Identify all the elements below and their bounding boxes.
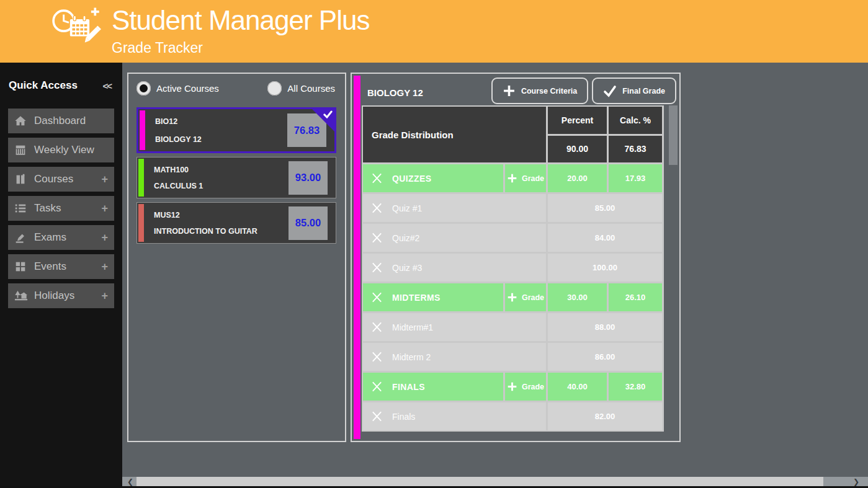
books-icon bbox=[14, 172, 27, 186]
category-label: MIDTERMS bbox=[392, 293, 441, 303]
delete-icon[interactable] bbox=[371, 410, 383, 422]
plus-icon bbox=[507, 173, 517, 184]
category-calc-value: 17.93 bbox=[609, 164, 662, 192]
category-percent-value: 20.00 bbox=[548, 164, 607, 192]
sidebar-collapse-button[interactable]: << bbox=[102, 81, 111, 91]
app-logo-icon bbox=[47, 4, 104, 47]
courses-panel: Active Courses All Courses BIO12 BIOLOGY… bbox=[127, 73, 346, 442]
sidebar-item-label: Weekly View bbox=[34, 144, 94, 156]
table-header-label: Grade Distribution bbox=[363, 107, 546, 162]
add-icon[interactable]: + bbox=[101, 231, 108, 244]
delete-icon[interactable] bbox=[371, 262, 383, 273]
vertical-scrollbar-thumb[interactable] bbox=[669, 105, 678, 165]
app-header: Student Manager Plus Grade Tracker bbox=[0, 0, 868, 63]
table-body: QUIZZES Grade 20.00 17.93 Quiz #1 85.00 … bbox=[363, 164, 663, 430]
add-grade-label: Grade bbox=[522, 174, 544, 183]
total-percent: 90.00 bbox=[548, 136, 607, 163]
app-title: Student Manager Plus bbox=[112, 2, 369, 38]
item-grade-value: 85.00 bbox=[548, 194, 662, 222]
final-grade-button[interactable]: Final Grade bbox=[592, 78, 676, 104]
scroll-left-icon[interactable]: ❮ bbox=[127, 477, 133, 486]
column-header-calc: Calc. % bbox=[609, 107, 662, 134]
sidebar-item-label: Events bbox=[34, 260, 66, 273]
column-header-percent: Percent bbox=[548, 107, 607, 134]
sidebar-item-events[interactable]: Events + bbox=[8, 254, 114, 279]
list-icon bbox=[14, 202, 27, 215]
course-card-mus12[interactable]: MUS12 INTRODUCTION TO GUITAR 85.00 bbox=[136, 202, 336, 244]
add-grade-button[interactable]: Grade bbox=[505, 373, 546, 401]
sidebar-item-exams[interactable]: Exams + bbox=[8, 225, 114, 250]
sidebar-item-label: Exams bbox=[34, 231, 66, 244]
category-percent-value: 30.00 bbox=[548, 283, 607, 311]
radio-icon[interactable] bbox=[267, 81, 282, 95]
grade-item-row-quiz-1: Quiz #1 85.00 bbox=[363, 194, 663, 222]
holiday-icon bbox=[14, 289, 27, 303]
add-icon[interactable]: + bbox=[101, 290, 108, 303]
category-percent-value: 40.00 bbox=[548, 373, 607, 401]
course-name: BIOLOGY 12 bbox=[155, 135, 202, 144]
course-code: MUS12 bbox=[154, 211, 180, 220]
grade-item-row-quiz-3: Quiz #3 100.00 bbox=[363, 254, 663, 282]
add-grade-label: Grade bbox=[522, 383, 544, 391]
sidebar-item-holidays[interactable]: Holidays + bbox=[8, 283, 114, 308]
course-filters: Active Courses All Courses bbox=[136, 79, 335, 97]
plus-icon bbox=[507, 381, 517, 392]
scroll-right-icon[interactable]: ❯ bbox=[853, 477, 859, 486]
course-grade-badge: 93.00 bbox=[289, 161, 328, 195]
grade-panel: BIOLOGY 12 Course Criteria Final Grade G… bbox=[351, 73, 681, 442]
delete-icon[interactable] bbox=[371, 232, 383, 244]
delete-icon[interactable] bbox=[371, 291, 383, 303]
course-card-bio12[interactable]: BIO12 BIOLOGY 12 76.83 bbox=[136, 107, 336, 153]
add-grade-button[interactable]: Grade bbox=[505, 164, 546, 192]
add-icon[interactable]: + bbox=[101, 202, 108, 215]
add-icon[interactable]: + bbox=[101, 260, 108, 273]
sidebar-item-tasks[interactable]: Tasks + bbox=[8, 196, 114, 221]
delete-icon[interactable] bbox=[371, 381, 383, 393]
delete-icon[interactable] bbox=[371, 202, 383, 214]
sidebar-item-dashboard[interactable]: Dashboard bbox=[8, 109, 114, 133]
plus-icon bbox=[503, 84, 516, 97]
category-calc-value: 32.80 bbox=[609, 373, 662, 401]
pencil-icon bbox=[14, 231, 27, 244]
filter-active-courses[interactable]: Active Courses bbox=[136, 81, 219, 95]
course-grade-badge: 85.00 bbox=[289, 206, 328, 240]
course-card-math100[interactable]: MATH100 CALCULUS 1 93.00 bbox=[136, 157, 336, 198]
radio-icon[interactable] bbox=[136, 81, 151, 95]
grade-category-row-finals: FINALS Grade 40.00 32.80 bbox=[363, 373, 663, 401]
item-label: Quiz#2 bbox=[392, 233, 419, 243]
total-calc: 76.83 bbox=[609, 136, 662, 163]
check-icon bbox=[323, 110, 333, 118]
delete-icon[interactable] bbox=[371, 321, 383, 333]
item-label: Midterm 2 bbox=[392, 352, 431, 362]
course-criteria-button[interactable]: Course Criteria bbox=[491, 78, 588, 104]
course-color-stripe bbox=[354, 76, 360, 439]
grade-item-row-midterm-2: Midterm 2 86.00 bbox=[363, 343, 663, 371]
course-color-stripe bbox=[138, 204, 144, 242]
add-grade-label: Grade bbox=[522, 293, 544, 302]
grade-distribution-table: Grade Distribution Percent Calc. % 90.00… bbox=[362, 105, 664, 432]
sidebar-title: Quick Access bbox=[9, 79, 78, 92]
delete-icon[interactable] bbox=[371, 351, 383, 363]
table-header: Grade Distribution Percent Calc. % 90.00… bbox=[363, 107, 663, 162]
home-icon bbox=[14, 114, 27, 128]
category-calc-value: 26.10 bbox=[609, 283, 662, 311]
grade-item-row-midterm-1: Midterm#1 88.00 bbox=[363, 313, 663, 341]
course-code: BIO12 bbox=[155, 117, 177, 126]
item-grade-value: 86.00 bbox=[548, 343, 662, 371]
calendar-icon bbox=[14, 143, 27, 157]
item-grade-value: 100.00 bbox=[548, 254, 662, 282]
add-grade-button[interactable]: Grade bbox=[505, 283, 546, 311]
item-grade-value: 88.00 bbox=[548, 313, 662, 341]
category-label: QUIZZES bbox=[392, 174, 431, 184]
add-icon[interactable]: + bbox=[101, 173, 108, 186]
sidebar-item-courses[interactable]: Courses + bbox=[8, 167, 114, 192]
course-color-stripe bbox=[138, 159, 144, 197]
filter-all-courses[interactable]: All Courses bbox=[267, 81, 335, 95]
sidebar-menu: Dashboard Weekly View Courses + Tasks + … bbox=[0, 109, 122, 308]
sidebar-item-weekly-view[interactable]: Weekly View bbox=[8, 138, 114, 162]
grid-icon bbox=[14, 260, 27, 273]
sidebar-item-label: Tasks bbox=[34, 202, 61, 215]
delete-icon[interactable] bbox=[371, 172, 383, 184]
sidebar: Quick Access << Dashboard Weekly View Co… bbox=[0, 63, 122, 488]
horizontal-scrollbar-thumb[interactable] bbox=[136, 477, 823, 486]
